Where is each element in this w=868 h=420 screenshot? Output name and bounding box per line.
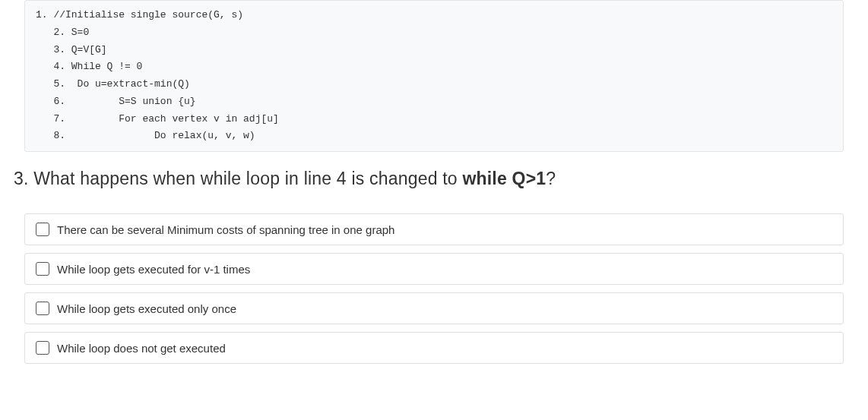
option-row[interactable]: While loop does not get executed bbox=[24, 332, 844, 364]
question-text-before: What happens when while loop in line 4 i… bbox=[29, 169, 463, 188]
checkbox-icon[interactable] bbox=[36, 223, 49, 236]
code-line: 3. Q=V[G] bbox=[36, 44, 107, 55]
code-block: 1. //Initialise single source(G, s) 2. S… bbox=[24, 0, 844, 152]
code-line: 6. S=S union {u} bbox=[36, 96, 196, 107]
question-heading: 3. What happens when while loop in line … bbox=[14, 169, 868, 189]
checkbox-icon[interactable] bbox=[36, 302, 49, 315]
question-text-after: ? bbox=[546, 169, 556, 188]
code-line: 8. Do relax(u, v, w) bbox=[36, 130, 255, 141]
option-label: There can be several Minimum costs of sp… bbox=[57, 223, 394, 236]
option-row[interactable]: While loop gets executed for v-1 times bbox=[24, 253, 844, 285]
option-row[interactable]: There can be several Minimum costs of sp… bbox=[24, 213, 844, 245]
code-line: 5. Do u=extract-min(Q) bbox=[36, 78, 190, 90]
code-line: 1. //Initialise single source(G, s) bbox=[36, 9, 243, 21]
checkbox-icon[interactable] bbox=[36, 341, 49, 355]
code-line: 4. While Q != 0 bbox=[36, 61, 142, 72]
question-number: 3. bbox=[14, 169, 29, 188]
option-label: While loop gets executed only once bbox=[57, 302, 236, 315]
option-label: While loop does not get executed bbox=[57, 342, 226, 355]
code-line: 7. For each vertex v in adj[u] bbox=[36, 113, 279, 125]
question-bold: while Q>1 bbox=[462, 169, 546, 188]
options-container: There can be several Minimum costs of sp… bbox=[24, 213, 844, 364]
option-row[interactable]: While loop gets executed only once bbox=[24, 292, 844, 324]
option-label: While loop gets executed for v-1 times bbox=[57, 263, 250, 276]
code-line: 2. S=0 bbox=[36, 27, 89, 38]
checkbox-icon[interactable] bbox=[36, 262, 49, 276]
